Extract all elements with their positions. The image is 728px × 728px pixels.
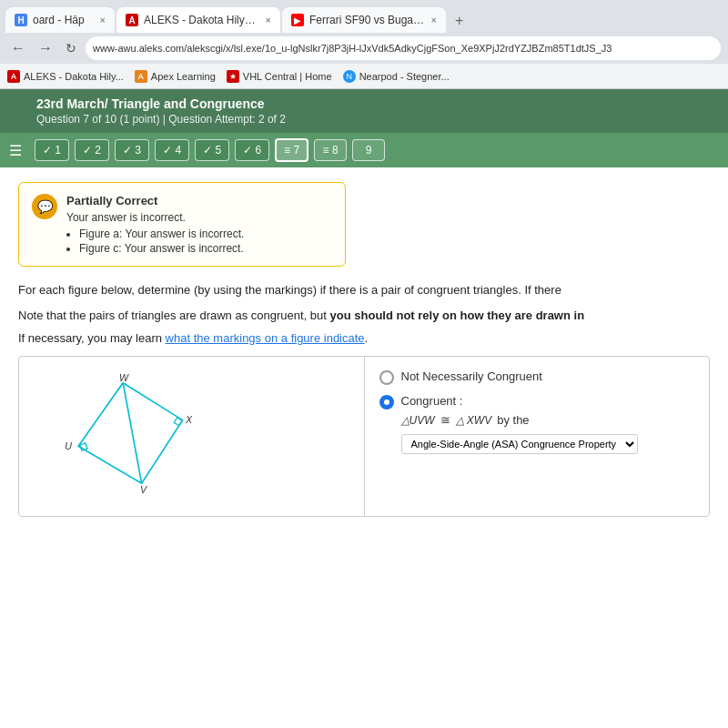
bookmarks-bar: A ALEKS - Dakota Hily... A Apex Learning… — [0, 64, 728, 89]
q-btn-1[interactable]: ✓ 1 — [35, 139, 69, 161]
forward-button[interactable]: → — [35, 40, 56, 56]
browser-chrome: H oard - Häp × A ALEKS - Dakota Hilyer -… — [0, 0, 728, 89]
bookmark-aleks-favicon: A — [7, 70, 20, 83]
not-congruent-radio[interactable] — [379, 370, 394, 385]
new-tab-button[interactable]: + — [448, 9, 470, 33]
learn-prefix: If necessary, you may learn — [18, 331, 166, 345]
question-nav: ☰ ✓ 1 ✓ 2 ✓ 3 ✓ 4 ✓ 5 ✓ 6 ≡ 7 ≡ 8 9 — [0, 133, 728, 167]
q-btn-3[interactable]: ✓ 3 — [115, 139, 149, 161]
tab-1-close[interactable]: × — [100, 15, 106, 25]
not-congruent-option[interactable]: Not Necessarily Congruent — [379, 369, 695, 385]
page-content: 23rd March/ Triangle and Congruence Ques… — [0, 89, 728, 728]
bookmark-apex-label: Apex Learning — [151, 71, 216, 82]
bookmark-aleks-label: ALEKS - Dakota Hily... — [24, 71, 124, 82]
reload-button[interactable]: ↻ — [62, 41, 80, 56]
back-button[interactable]: ← — [7, 40, 29, 56]
problem-text-1a: For each figure below, determine (by usi… — [18, 283, 561, 297]
congruence-symbol: ≅ — [440, 413, 450, 427]
question-meta: Question 7 of 10 (1 point) | Question At… — [36, 113, 715, 126]
vertex-w-label: W — [119, 372, 129, 383]
tab-1[interactable]: H oard - Häp × — [5, 7, 115, 33]
bookmark-vhl-favicon: ★ — [227, 70, 239, 83]
problem-text-1: For each figure below, determine (by usi… — [18, 281, 710, 299]
feedback-list: Figure a: Your answer is incorrect. Figu… — [66, 228, 244, 255]
tab-2-favicon: A — [126, 14, 138, 26]
tab-1-title: oard - Häp — [33, 14, 95, 26]
congruence-row: △UVW ≅ △ XWV by the — [401, 413, 638, 427]
bookmark-nearpod-label: Nearpod - Stegner... — [359, 71, 450, 82]
q-btn-7[interactable]: ≡ 7 — [275, 138, 308, 162]
figure-svg: W X U V — [34, 371, 197, 499]
q-btn-6[interactable]: ✓ 6 — [235, 139, 269, 161]
tab-2-title: ALEKS - Dakota Hilyer - 23rd Mar — [144, 14, 260, 26]
feedback-title: Partially Correct — [66, 194, 244, 207]
figure-options: Not Necessarily Congruent Congruent : △U… — [365, 357, 710, 516]
congruent-radio[interactable] — [379, 395, 394, 410]
tab-3-title: Ferrari SF90 vs Bugatti Chiron P... — [309, 14, 426, 26]
tab-2[interactable]: A ALEKS - Dakota Hilyer - 23rd Mar × — [116, 7, 280, 33]
feedback-item-2: Figure c: Your answer is incorrect. — [79, 242, 244, 255]
bookmark-aleks[interactable]: A ALEKS - Dakota Hily... — [7, 70, 124, 83]
address-bar: ← → ↻ — [0, 33, 728, 64]
triangle1-label: △UVW — [401, 414, 435, 427]
angle-mark-u — [80, 443, 87, 450]
congruence-property-dropdown[interactable]: Angle-Side-Angle (ASA) Congruence Proper… — [401, 434, 638, 454]
bookmark-apex-favicon: A — [135, 70, 147, 83]
question-attempt: Question Attempt: 2 of 2 — [168, 113, 286, 126]
q-btn-9[interactable]: 9 — [352, 139, 385, 161]
svg-marker-0 — [78, 383, 183, 483]
tab-3-close[interactable]: × — [431, 15, 437, 25]
feedback-box: 💬 Partially Correct Your answer is incor… — [18, 182, 346, 267]
bookmark-vhl[interactable]: ★ VHL Central | Home — [227, 70, 332, 83]
question-header: 23rd March/ Triangle and Congruence Ques… — [0, 89, 728, 133]
note-text-prefix: Note that the pairs of triangles are dra… — [18, 308, 330, 322]
tab-2-close[interactable]: × — [266, 15, 271, 25]
bookmark-nearpod[interactable]: N Nearpod - Stegner... — [343, 70, 450, 83]
q-btn-2[interactable]: ✓ 2 — [75, 139, 109, 161]
figure-area: W X U V Not Necessarily Congruent — [18, 356, 710, 517]
feedback-content: Partially Correct Your answer is incorre… — [66, 194, 244, 255]
address-input[interactable] — [86, 36, 721, 60]
feedback-icon: 💬 — [32, 194, 57, 219]
tab-3-favicon: ▶ — [291, 14, 304, 26]
tab-1-favicon: H — [15, 14, 27, 26]
bookmark-vhl-label: VHL Central | Home — [243, 71, 332, 82]
congruent-details: Congruent : △UVW ≅ △ XWV by the Angle-Si… — [401, 394, 638, 454]
question-title: 23rd March/ Triangle and Congruence — [36, 96, 715, 111]
vertex-v-label: V — [140, 484, 147, 495]
note-text: Note that the pairs of triangles are dra… — [18, 307, 710, 325]
congruent-option[interactable]: Congruent : △UVW ≅ △ XWV by the Angle-Si… — [379, 394, 695, 454]
not-congruent-label: Not Necessarily Congruent — [401, 369, 542, 383]
triangle2-label: △ XWV — [456, 414, 492, 427]
q-btn-5[interactable]: ✓ 5 — [195, 139, 229, 161]
congruent-label: Congruent : — [401, 394, 463, 408]
vertex-u-label: U — [65, 440, 72, 451]
svg-line-1 — [123, 383, 141, 483]
learn-text: If necessary, you may learn what the mar… — [18, 331, 710, 345]
hamburger-icon[interactable]: ☰ — [9, 142, 22, 159]
q-btn-8[interactable]: ≡ 8 — [314, 139, 347, 161]
by-label: by the — [497, 413, 529, 427]
question-number: Question 7 of 10 (1 point) — [36, 113, 159, 126]
tab-3[interactable]: ▶ Ferrari SF90 vs Bugatti Chiron P... × — [282, 7, 446, 33]
vertex-x-label: X — [185, 414, 193, 425]
learn-suffix: . — [365, 331, 369, 345]
figure-drawing: W X U V — [19, 357, 365, 516]
main-area: 💬 Partially Correct Your answer is incor… — [0, 167, 728, 531]
learn-link[interactable]: what the markings on a figure indicate — [166, 331, 365, 345]
q-btn-4[interactable]: ✓ 4 — [155, 139, 189, 161]
feedback-main-text: Your answer is incorrect. — [66, 211, 244, 224]
feedback-item-1: Figure a: Your answer is incorrect. — [79, 228, 244, 240]
bookmark-apex[interactable]: A Apex Learning — [135, 70, 216, 83]
tab-bar: H oard - Häp × A ALEKS - Dakota Hilyer -… — [0, 0, 728, 33]
bookmark-nearpod-favicon: N — [343, 70, 356, 83]
note-text-bold: you should not rely on how they are draw… — [330, 308, 585, 322]
